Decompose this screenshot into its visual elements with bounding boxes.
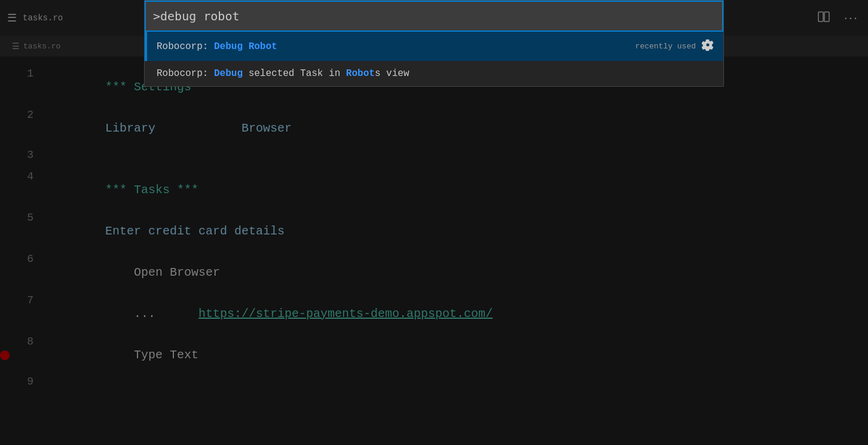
command-palette-overlay[interactable]: Robocorp: Debug Robot recently used Robo… [0,0,868,445]
command-item-2-highlight1: Debug [214,68,243,79]
command-item-2[interactable]: Robocorp: Debug selected Task in Robots … [145,61,723,86]
command-item-1-highlight: Debug Robot [214,41,277,52]
command-item-2-text: Robocorp: Debug selected Task in Robots … [157,68,714,79]
command-item-1-meta: recently used [635,42,696,51]
command-palette: Robocorp: Debug Robot recently used Robo… [144,0,724,87]
command-item-2-highlight2: Robot [346,68,375,79]
command-results: Robocorp: Debug Robot recently used Robo… [145,32,723,86]
command-item-2-middle: selected Task in [243,68,346,79]
command-input[interactable] [151,5,717,27]
command-input-wrapper [145,1,723,32]
command-item-2-prefix: Robocorp: [157,68,214,79]
command-item-1-prefix: Robocorp: [157,41,214,52]
command-item-2-suffix: s view [375,68,409,79]
command-item-1[interactable]: Robocorp: Debug Robot recently used [145,32,723,61]
gear-icon[interactable] [702,39,714,54]
command-item-1-text: Robocorp: Debug Robot [157,41,635,52]
